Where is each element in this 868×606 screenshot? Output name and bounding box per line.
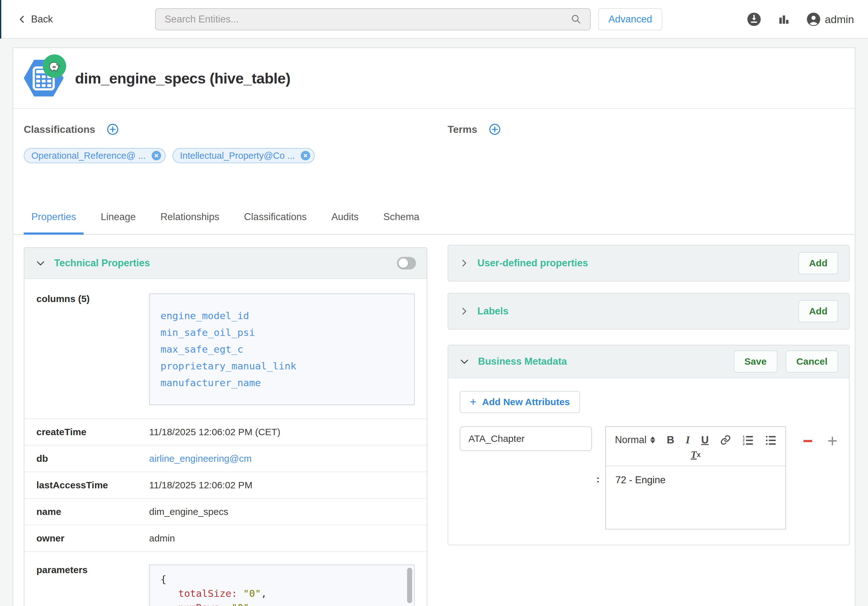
classifications-section: Classifications Operational_Reference@ .… — [24, 123, 315, 163]
svg-text:2: 2 — [742, 439, 744, 442]
download-icon[interactable] — [747, 12, 761, 26]
technical-properties-header[interactable]: Technical Properties — [24, 248, 427, 279]
tab-classifications[interactable]: Classifications — [236, 211, 314, 234]
add-new-attributes-button[interactable]: + Add New Attributes — [460, 391, 580, 413]
labels-panel: Labels Add — [448, 293, 849, 329]
property-value: admin — [149, 533, 175, 544]
property-value: 11/18/2025 12:06:02 PM — [149, 480, 252, 490]
hive-table-icon — [24, 58, 64, 98]
tab-properties[interactable]: Properties — [24, 211, 84, 234]
property-key: name — [36, 506, 149, 517]
parameters-scrollbar[interactable] — [407, 568, 412, 603]
business-metadata-header[interactable]: Business Metadata Save Cancel — [448, 345, 849, 378]
ordered-list-button[interactable]: 1 2 3 — [742, 434, 754, 446]
property-row-name: name dim_engine_specs — [24, 499, 427, 526]
username: admin — [825, 13, 854, 26]
topbar: Back Advanced — [0, 0, 868, 39]
chevron-right-icon — [459, 306, 469, 316]
back-button[interactable]: Back — [18, 0, 53, 39]
classification-tag[interactable]: Operational_Reference@ ... — [24, 148, 166, 163]
bold-button[interactable]: B — [666, 434, 674, 446]
user-menu[interactable]: admin — [806, 12, 854, 26]
bullet-list-button[interactable] — [765, 434, 777, 446]
chevron-down-icon — [459, 356, 470, 367]
business-metadata-title: Business Metadata — [478, 356, 567, 367]
chevron-right-icon — [459, 258, 469, 268]
meta-section: Classifications Operational_Reference@ .… — [13, 109, 855, 199]
properties-content: Technical Properties columns (5) engine_… — [13, 235, 855, 606]
labels-title: Labels — [477, 306, 790, 317]
add-new-attributes-label: Add New Attributes — [482, 397, 570, 407]
tab-relationships[interactable]: Relationships — [153, 211, 227, 234]
statistics-icon[interactable] — [777, 12, 790, 26]
terms-label: Terms — [448, 124, 477, 135]
attribute-row: : Normal B I U — [460, 426, 838, 529]
clear-formatting-button[interactable]: Tx — [691, 449, 701, 461]
property-row-createTime: createTime 11/18/2025 12:06:02 PM (CET) — [24, 419, 427, 446]
plus-icon: + — [470, 397, 476, 407]
add-attribute-icon[interactable]: + — [827, 434, 838, 447]
classification-tag[interactable]: Intellectual_Property@Co ... — [172, 148, 315, 163]
remove-attribute-icon[interactable] — [803, 436, 813, 446]
attribute-separator: : — [597, 474, 600, 485]
labels-header[interactable]: Labels Add — [448, 294, 849, 329]
add-user-defined-property-button[interactable]: Add — [798, 252, 838, 274]
column-link[interactable]: min_safe_oil_psi — [161, 324, 403, 341]
parameters-json-box[interactable]: { totalSize: "0", numRows: "0", rawDataS… — [149, 564, 415, 606]
updown-arrows-icon — [650, 436, 655, 444]
attribute-row-actions: + — [803, 434, 838, 447]
property-row-lastAccessTime: lastAccessTime 11/18/2025 12:06:02 PM — [24, 472, 427, 499]
save-button[interactable]: Save — [734, 351, 778, 373]
link-button[interactable] — [720, 434, 731, 445]
format-dropdown-label: Normal — [615, 434, 646, 446]
terms-section: Terms — [448, 123, 501, 135]
attribute-name-input[interactable] — [460, 426, 592, 451]
search-input[interactable] — [156, 9, 570, 30]
svg-text:3: 3 — [742, 442, 744, 446]
user-defined-properties-title: User-defined properties — [477, 257, 790, 269]
column-link[interactable]: proprietary_manual_link — [161, 358, 403, 374]
technical-properties-title: Technical Properties — [54, 257, 389, 269]
cancel-button[interactable]: Cancel — [786, 351, 838, 373]
tab-audits[interactable]: Audits — [324, 211, 366, 234]
tab-schema[interactable]: Schema — [376, 211, 427, 234]
show-empty-values-toggle[interactable] — [397, 257, 416, 269]
add-term-icon[interactable] — [489, 123, 501, 135]
underline-button[interactable]: U — [701, 434, 709, 446]
business-metadata-body: + Add New Attributes : Normal — [448, 378, 849, 545]
classification-tag-label: Operational_Reference@ ... — [31, 150, 146, 161]
rich-text-editor: Normal B I U — [605, 426, 786, 529]
remove-classification-icon[interactable] — [152, 151, 161, 160]
json-line: totalSize: "0", — [161, 586, 403, 601]
classifications-label: Classifications — [24, 124, 95, 135]
property-key: columns (5) — [36, 294, 149, 304]
business-metadata-panel: Business Metadata Save Cancel + Add New … — [448, 345, 849, 545]
property-key: lastAccessTime — [36, 480, 149, 490]
column-link[interactable]: max_safe_egt_c — [161, 341, 403, 358]
json-line: numRows: "0", — [161, 601, 403, 606]
user-avatar-icon — [806, 12, 821, 26]
add-label-button[interactable]: Add — [798, 300, 838, 322]
format-dropdown[interactable]: Normal — [615, 434, 655, 446]
chevron-down-icon — [35, 258, 46, 269]
user-defined-properties-panel: User-defined properties Add — [448, 245, 849, 281]
entity-header: dim_engine_specs (hive_table) — [13, 48, 855, 108]
column-link[interactable]: manufacturer_name — [161, 374, 403, 391]
property-key: owner — [36, 533, 149, 544]
json-open-brace: { — [161, 572, 403, 586]
entity-detail-card: dim_engine_specs (hive_table) Classifica… — [12, 48, 856, 606]
search-icon[interactable] — [570, 14, 582, 25]
sidebar-edge-strip — [0, 0, 1, 39]
italic-button[interactable]: I — [686, 434, 690, 446]
tab-lineage[interactable]: Lineage — [93, 211, 143, 234]
property-key: parameters — [36, 564, 149, 575]
advanced-search-button[interactable]: Advanced — [598, 8, 662, 30]
db-link[interactable]: airline_engineering@cm — [149, 453, 252, 464]
remove-classification-icon[interactable] — [301, 151, 310, 160]
classification-tag-label: Intellectual_Property@Co ... — [180, 150, 295, 161]
column-link[interactable]: engine_model_id — [161, 308, 403, 324]
property-row-owner: owner admin — [24, 526, 427, 552]
add-classification-icon[interactable] — [107, 123, 119, 135]
editor-content[interactable]: 72 - Engine — [606, 466, 785, 529]
user-defined-properties-header[interactable]: User-defined properties Add — [448, 246, 849, 281]
